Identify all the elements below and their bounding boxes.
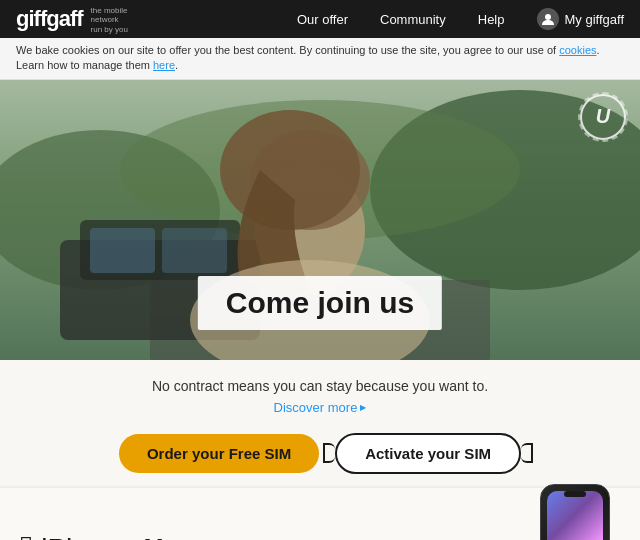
nav-links: Our offer Community Help My giffgaff [297, 8, 624, 30]
logo-area[interactable]: giffgaff the mobile network run by you [16, 4, 128, 35]
phone-body [540, 484, 610, 540]
cookie-text: We bake cookies on our site to offer you… [16, 44, 559, 56]
iphone-image [490, 504, 620, 540]
mid-section: No contract means you can stay because y… [0, 360, 640, 487]
hero-title-box: Come join us [198, 276, 442, 330]
apple-icon:  [20, 531, 33, 540]
nav-account[interactable]: My giffgaff [537, 8, 625, 30]
u-logo: U [580, 94, 626, 140]
iphone-x-text: X [144, 533, 163, 540]
buttons-row: Order your Free SIM Activate your SIM [20, 433, 620, 474]
hero-title: Come join us [226, 286, 414, 320]
phone-notch [564, 491, 586, 497]
hero-section: U Come join us [0, 80, 640, 360]
logo: giffgaff [16, 6, 83, 32]
cookie-link[interactable]: cookies [559, 44, 596, 56]
cookie-bar: We bake cookies on our site to offer you… [0, 38, 640, 80]
iphone-text: iPhone [41, 533, 136, 540]
iphone-label:  iPhone X [20, 531, 163, 540]
discover-more-link[interactable]: Discover more [274, 400, 367, 415]
nav-community[interactable]: Community [380, 12, 446, 27]
iphone-section:  iPhone X [0, 487, 640, 540]
logo-tagline: the mobile network run by you [91, 6, 128, 35]
order-sim-button[interactable]: Order your Free SIM [119, 434, 319, 473]
account-icon [537, 8, 559, 30]
nav-our-offer[interactable]: Our offer [297, 12, 348, 27]
activate-sim-button[interactable]: Activate your SIM [335, 433, 521, 474]
nav-help[interactable]: Help [478, 12, 505, 27]
account-label: My giffgaff [565, 12, 625, 27]
mid-description: No contract means you can stay because y… [20, 378, 620, 394]
cookie-here-link[interactable]: here [153, 59, 175, 71]
phone-screen [547, 491, 603, 540]
svg-point-0 [545, 14, 551, 20]
hero-overlay: Come join us [198, 276, 442, 330]
navbar: giffgaff the mobile network run by you O… [0, 0, 640, 38]
